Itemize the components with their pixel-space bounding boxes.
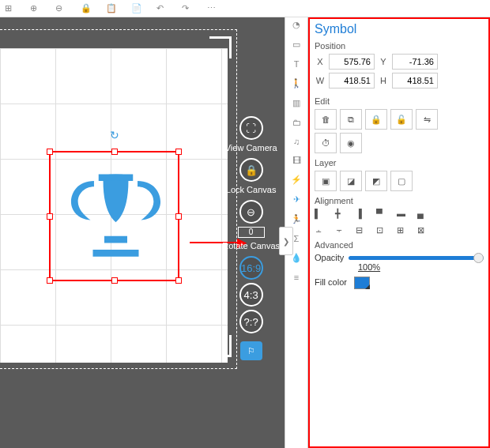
resize-handle[interactable] — [47, 149, 53, 155]
panel-title: Symbol — [315, 22, 484, 36]
lock-icon[interactable]: 🔒 — [81, 3, 92, 13]
ratio-4-3-button[interactable]: 4:3 — [239, 283, 263, 307]
send-back-button[interactable]: ▢ — [390, 171, 413, 191]
align-left-icon[interactable]: ▌ — [315, 209, 327, 219]
align-top-icon[interactable]: ▀ — [376, 209, 389, 219]
ratio-16-9-button[interactable]: 16:9 — [239, 256, 263, 280]
chart-icon[interactable]: ▥ — [292, 98, 300, 108]
text-icon[interactable]: T — [294, 59, 300, 69]
opacity-value[interactable]: 100% — [358, 262, 484, 272]
fillcolor-label: Fill color — [315, 277, 347, 287]
expand-toggle[interactable]: ❯ — [279, 227, 293, 255]
ratio-custom-button[interactable]: ?:? — [239, 310, 263, 333]
delete-button[interactable]: 🗑 — [315, 109, 337, 130]
copy-icon[interactable]: 📋 — [106, 3, 117, 13]
image-icon[interactable]: ▭ — [292, 40, 300, 50]
formula-icon[interactable]: Σ — [294, 234, 300, 243]
align-right-icon[interactable]: ▐ — [356, 209, 368, 219]
more-icon[interactable]: ⋯ — [207, 3, 218, 13]
resize-handle[interactable] — [175, 149, 182, 155]
x-input[interactable] — [329, 54, 375, 70]
canvas-area[interactable]: ↻ — [0, 17, 285, 448]
film-icon[interactable]: 🎞 — [292, 156, 301, 165]
timer-button[interactable]: ⏱ — [315, 133, 337, 153]
properties-panel: Symbol Position X Y W H Edit — [308, 17, 490, 448]
resize-handle[interactable] — [175, 277, 182, 284]
layer-section-label: Layer — [315, 158, 484, 168]
resize-handle[interactable] — [47, 277, 53, 284]
h-input[interactable] — [392, 73, 438, 88]
send-backward-button[interactable]: ◩ — [365, 171, 387, 191]
edit-section-label: Edit — [315, 96, 484, 106]
zoom-in-icon[interactable]: ⊕ — [30, 3, 41, 13]
space-h-icon[interactable]: ⊟ — [356, 225, 368, 235]
tag-button[interactable]: ⚐ — [240, 341, 262, 360]
view-camera-button[interactable]: ⛶ — [239, 116, 263, 140]
rotate-handle[interactable]: ↻ — [110, 129, 119, 141]
h-label: H — [378, 76, 389, 85]
folder-icon[interactable]: 🗀 — [292, 118, 301, 127]
position-section-label: Position — [315, 41, 484, 51]
svg-point-0 — [100, 174, 132, 181]
align-center-h-icon[interactable]: ╋ — [335, 209, 348, 219]
resize-handle[interactable] — [111, 149, 118, 155]
distribute-v-icon[interactable]: ⫟ — [335, 225, 348, 235]
w-input[interactable] — [329, 73, 375, 88]
fillcolor-swatch[interactable] — [354, 277, 370, 289]
flip-button[interactable]: ⇋ — [416, 109, 438, 130]
keyframe-button[interactable]: ◉ — [340, 133, 362, 153]
rotate-value[interactable]: 0 — [238, 227, 265, 238]
y-input[interactable] — [392, 54, 438, 70]
rotate-canvas-label: Rotate Canvas — [222, 241, 280, 250]
lock-canvas-label: Lock Canvas — [226, 185, 277, 194]
redo-icon[interactable]: ↷ — [182, 3, 193, 13]
resize-handle[interactable] — [175, 213, 182, 220]
duplicate-button[interactable]: ⧉ — [340, 109, 362, 130]
layers-icon[interactable]: ≡ — [294, 273, 299, 282]
resize-handle[interactable] — [47, 213, 53, 220]
opacity-slider[interactable] — [349, 256, 484, 260]
bring-forward-button[interactable]: ◪ — [340, 171, 362, 191]
y-label: Y — [378, 57, 389, 66]
alignment-section-label: Alignment — [315, 196, 484, 205]
zoom-out-icon[interactable]: ⊖ — [55, 3, 66, 13]
distribute-h-icon[interactable]: ⫠ — [315, 225, 327, 235]
music-icon[interactable]: ♫ — [293, 137, 300, 146]
rotate-canvas-button[interactable]: ⊖ — [239, 200, 263, 224]
advanced-section-label: Advanced — [315, 240, 484, 250]
selection-box[interactable]: ↻ — [49, 151, 179, 281]
undo-icon[interactable]: ↶ — [156, 3, 168, 13]
lock-canvas-button[interactable]: 🔒 — [239, 158, 263, 182]
x-label: X — [315, 57, 326, 66]
w-label: W — [315, 76, 326, 85]
top-toolbar: ⊞ ⊕ ⊖ 🔒 📋 📄 ↶ ↷ ⋯ — [0, 0, 490, 17]
clock-icon[interactable]: ◔ — [292, 20, 300, 30]
plane-icon[interactable]: ✈ — [293, 194, 300, 205]
unlock-button[interactable]: 🔓 — [390, 109, 413, 130]
align-bottom-icon[interactable]: ▄ — [417, 209, 430, 219]
opacity-label: Opacity — [315, 253, 344, 262]
person-icon[interactable]: 🚶 — [291, 78, 302, 88]
align-icon[interactable]: ⊞ — [5, 3, 16, 13]
view-camera-label: View Camera — [225, 143, 277, 152]
space-v-icon[interactable]: ⊡ — [376, 225, 389, 235]
resize-handle[interactable] — [111, 277, 118, 284]
bring-front-button[interactable]: ▣ — [315, 171, 337, 191]
align-middle-icon[interactable]: ▬ — [397, 209, 409, 219]
group-icon[interactable]: ⊞ — [397, 225, 409, 235]
activity-icon[interactable]: 🏃 — [291, 214, 302, 224]
lock-button[interactable]: 🔒 — [365, 109, 387, 130]
flash-icon[interactable]: ⚡ — [291, 175, 302, 185]
paste-icon[interactable]: 📄 — [131, 3, 142, 13]
ungroup-icon[interactable]: ⊠ — [417, 225, 430, 235]
trophy-icon[interactable] — [58, 160, 173, 275]
